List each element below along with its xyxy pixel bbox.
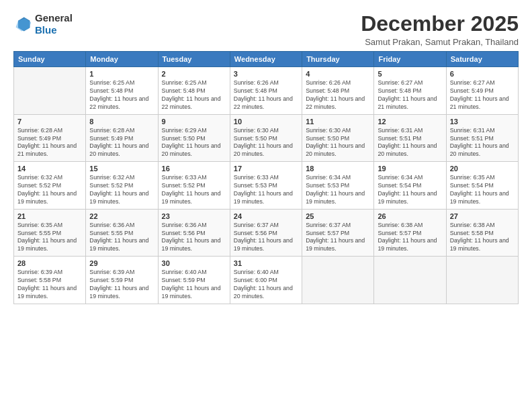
calendar-cell: 1Sunrise: 6:25 AM Sunset: 5:48 PM Daylig…	[86, 67, 158, 115]
day-info: Sunrise: 6:40 AM Sunset: 5:59 PM Dayligh…	[162, 269, 226, 301]
day-info: Sunrise: 6:26 AM Sunset: 5:48 PM Dayligh…	[234, 79, 298, 111]
location-subtitle: Samut Prakan, Samut Prakan, Thailand	[361, 37, 519, 47]
calendar-cell: 21Sunrise: 6:35 AM Sunset: 5:55 PM Dayli…	[14, 209, 86, 257]
day-info: Sunrise: 6:29 AM Sunset: 5:50 PM Dayligh…	[162, 127, 226, 159]
day-info: Sunrise: 6:27 AM Sunset: 5:48 PM Dayligh…	[378, 79, 442, 111]
calendar-cell: 10Sunrise: 6:30 AM Sunset: 5:50 PM Dayli…	[230, 114, 302, 162]
month-title: December 2025	[361, 12, 519, 36]
day-number: 25	[306, 212, 370, 220]
day-number: 27	[450, 212, 515, 220]
day-info: Sunrise: 6:35 AM Sunset: 5:55 PM Dayligh…	[17, 222, 82, 254]
calendar-header: SundayMondayTuesdayWednesdayThursdayFrid…	[14, 52, 519, 67]
calendar-week-3: 14Sunrise: 6:32 AM Sunset: 5:52 PM Dayli…	[14, 162, 519, 210]
day-number: 26	[378, 212, 442, 220]
calendar-cell: 28Sunrise: 6:39 AM Sunset: 5:58 PM Dayli…	[14, 257, 86, 304]
day-info: Sunrise: 6:34 AM Sunset: 5:53 PM Dayligh…	[306, 174, 370, 206]
header: General Blue December 2025 Samut Prakan,…	[13, 12, 519, 47]
day-info: Sunrise: 6:32 AM Sunset: 5:52 PM Dayligh…	[17, 174, 82, 206]
calendar-cell	[14, 67, 86, 115]
day-info: Sunrise: 6:39 AM Sunset: 5:59 PM Dayligh…	[89, 269, 154, 301]
calendar-cell: 11Sunrise: 6:30 AM Sunset: 5:50 PM Dayli…	[302, 114, 374, 162]
calendar-table: SundayMondayTuesdayWednesdayThursdayFrid…	[13, 51, 519, 304]
calendar-cell: 26Sunrise: 6:38 AM Sunset: 5:57 PM Dayli…	[374, 209, 446, 257]
calendar-cell: 16Sunrise: 6:33 AM Sunset: 5:52 PM Dayli…	[158, 162, 230, 210]
day-number: 12	[378, 118, 442, 126]
day-number: 13	[450, 118, 515, 126]
calendar-cell: 25Sunrise: 6:37 AM Sunset: 5:57 PM Dayli…	[302, 209, 374, 257]
day-info: Sunrise: 6:36 AM Sunset: 5:56 PM Dayligh…	[162, 222, 226, 254]
day-number: 10	[234, 118, 298, 126]
calendar-cell: 3Sunrise: 6:26 AM Sunset: 5:48 PM Daylig…	[230, 67, 302, 115]
day-number: 30	[162, 259, 226, 267]
weekday-header-row: SundayMondayTuesdayWednesdayThursdayFrid…	[14, 52, 519, 67]
day-number: 21	[17, 212, 82, 220]
calendar-page: General Blue December 2025 Samut Prakan,…	[0, 0, 532, 411]
day-info: Sunrise: 6:32 AM Sunset: 5:52 PM Dayligh…	[89, 174, 154, 206]
day-info: Sunrise: 6:25 AM Sunset: 5:48 PM Dayligh…	[162, 79, 226, 111]
day-number: 31	[234, 259, 298, 267]
day-number: 22	[89, 212, 154, 220]
calendar-cell: 5Sunrise: 6:27 AM Sunset: 5:48 PM Daylig…	[374, 67, 446, 115]
logo: General Blue	[13, 12, 73, 36]
weekday-header-saturday: Saturday	[446, 52, 518, 67]
calendar-cell: 29Sunrise: 6:39 AM Sunset: 5:59 PM Dayli…	[86, 257, 158, 304]
logo-text: General Blue	[35, 12, 73, 36]
calendar-cell: 20Sunrise: 6:35 AM Sunset: 5:54 PM Dayli…	[446, 162, 518, 210]
day-number: 2	[162, 70, 226, 78]
calendar-week-1: 1Sunrise: 6:25 AM Sunset: 5:48 PM Daylig…	[14, 67, 519, 115]
day-number: 14	[17, 165, 82, 173]
weekday-header-monday: Monday	[86, 52, 158, 67]
day-number: 20	[450, 165, 515, 173]
day-number: 15	[89, 165, 154, 173]
calendar-cell: 31Sunrise: 6:40 AM Sunset: 6:00 PM Dayli…	[230, 257, 302, 304]
day-number: 11	[306, 118, 370, 126]
calendar-cell: 8Sunrise: 6:28 AM Sunset: 5:49 PM Daylig…	[86, 114, 158, 162]
day-number: 1	[89, 70, 154, 78]
day-number: 9	[162, 118, 226, 126]
calendar-week-4: 21Sunrise: 6:35 AM Sunset: 5:55 PM Dayli…	[14, 209, 519, 257]
day-info: Sunrise: 6:34 AM Sunset: 5:54 PM Dayligh…	[378, 174, 442, 206]
day-info: Sunrise: 6:25 AM Sunset: 5:48 PM Dayligh…	[89, 79, 154, 111]
calendar-cell: 30Sunrise: 6:40 AM Sunset: 5:59 PM Dayli…	[158, 257, 230, 304]
day-number: 18	[306, 165, 370, 173]
day-info: Sunrise: 6:28 AM Sunset: 5:49 PM Dayligh…	[17, 127, 82, 159]
calendar-cell: 14Sunrise: 6:32 AM Sunset: 5:52 PM Dayli…	[14, 162, 86, 210]
calendar-cell	[446, 257, 518, 304]
day-number: 8	[89, 118, 154, 126]
calendar-cell: 19Sunrise: 6:34 AM Sunset: 5:54 PM Dayli…	[374, 162, 446, 210]
day-number: 6	[450, 70, 515, 78]
calendar-cell: 9Sunrise: 6:29 AM Sunset: 5:50 PM Daylig…	[158, 114, 230, 162]
day-number: 17	[234, 165, 298, 173]
logo-icon	[13, 15, 32, 34]
calendar-cell: 15Sunrise: 6:32 AM Sunset: 5:52 PM Dayli…	[86, 162, 158, 210]
day-number: 4	[306, 70, 370, 78]
day-number: 23	[162, 212, 226, 220]
calendar-cell	[374, 257, 446, 304]
weekday-header-friday: Friday	[374, 52, 446, 67]
day-info: Sunrise: 6:40 AM Sunset: 6:00 PM Dayligh…	[234, 269, 298, 301]
calendar-cell: 17Sunrise: 6:33 AM Sunset: 5:53 PM Dayli…	[230, 162, 302, 210]
day-info: Sunrise: 6:36 AM Sunset: 5:55 PM Dayligh…	[89, 222, 154, 254]
weekday-header-thursday: Thursday	[302, 52, 374, 67]
calendar-week-2: 7Sunrise: 6:28 AM Sunset: 5:49 PM Daylig…	[14, 114, 519, 162]
day-number: 5	[378, 70, 442, 78]
day-info: Sunrise: 6:30 AM Sunset: 5:50 PM Dayligh…	[306, 127, 370, 159]
day-info: Sunrise: 6:26 AM Sunset: 5:48 PM Dayligh…	[306, 79, 370, 111]
day-number: 19	[378, 165, 442, 173]
day-info: Sunrise: 6:37 AM Sunset: 5:57 PM Dayligh…	[306, 222, 370, 254]
day-info: Sunrise: 6:33 AM Sunset: 5:52 PM Dayligh…	[162, 174, 226, 206]
calendar-cell: 12Sunrise: 6:31 AM Sunset: 5:51 PM Dayli…	[374, 114, 446, 162]
calendar-body: 1Sunrise: 6:25 AM Sunset: 5:48 PM Daylig…	[14, 67, 519, 304]
calendar-cell: 13Sunrise: 6:31 AM Sunset: 5:51 PM Dayli…	[446, 114, 518, 162]
day-info: Sunrise: 6:38 AM Sunset: 5:58 PM Dayligh…	[450, 222, 515, 254]
day-info: Sunrise: 6:33 AM Sunset: 5:53 PM Dayligh…	[234, 174, 298, 206]
calendar-cell: 6Sunrise: 6:27 AM Sunset: 5:49 PM Daylig…	[446, 67, 518, 115]
weekday-header-wednesday: Wednesday	[230, 52, 302, 67]
calendar-cell: 23Sunrise: 6:36 AM Sunset: 5:56 PM Dayli…	[158, 209, 230, 257]
weekday-header-tuesday: Tuesday	[158, 52, 230, 67]
day-number: 7	[17, 118, 82, 126]
calendar-cell: 24Sunrise: 6:37 AM Sunset: 5:56 PM Dayli…	[230, 209, 302, 257]
calendar-cell: 2Sunrise: 6:25 AM Sunset: 5:48 PM Daylig…	[158, 67, 230, 115]
calendar-cell: 4Sunrise: 6:26 AM Sunset: 5:48 PM Daylig…	[302, 67, 374, 115]
day-number: 29	[89, 259, 154, 267]
